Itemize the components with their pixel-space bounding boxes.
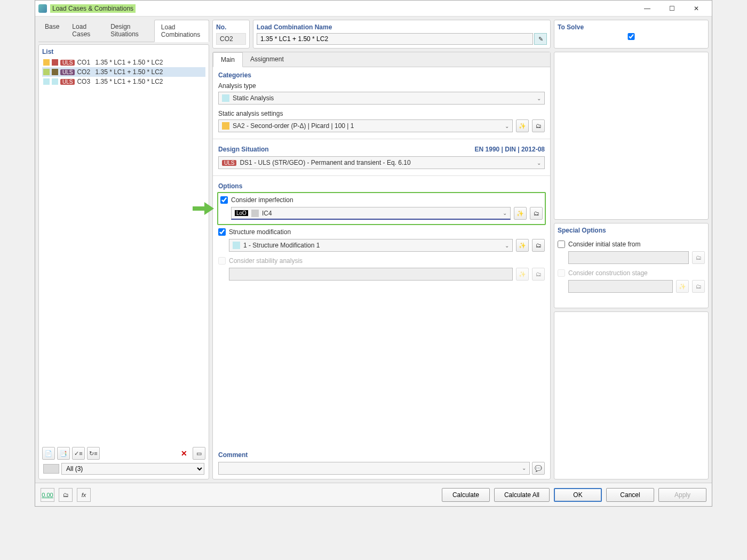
co-id: CO1: [77, 59, 93, 66]
no-value: CO2: [216, 33, 246, 45]
new-imperfection-button[interactable]: ✨: [514, 207, 527, 220]
ok-button[interactable]: OK: [554, 488, 602, 502]
color-swatch: [43, 69, 50, 75]
list-title: List: [42, 48, 205, 55]
refresh-button[interactable]: ↻≡: [87, 447, 100, 460]
solve-checkbox[interactable]: [558, 33, 705, 40]
main-tabs: Base Load Cases Design Situations Load C…: [38, 20, 209, 42]
analysis-type-label: Analysis type: [218, 82, 545, 90]
app-icon: [38, 4, 47, 13]
tab-base[interactable]: Base: [38, 20, 66, 42]
solve-title: To Solve: [558, 23, 705, 31]
info-panel: [554, 311, 709, 479]
imperfection-checkbox[interactable]: [220, 196, 228, 204]
options-title: Options: [218, 182, 545, 190]
swatch-icon: [233, 242, 240, 249]
highlight-box: Consider imperfection LoO IC4 ⌄ ✨: [217, 192, 546, 225]
edit-structmod-button[interactable]: 🗂: [532, 239, 545, 252]
calculate-button[interactable]: Calculate: [442, 488, 490, 502]
static-settings-label: Static analysis settings: [218, 110, 545, 117]
chevron-down-icon: ⌄: [505, 123, 509, 129]
structure-mod-value: 1 - Structure Modification 1: [243, 242, 320, 249]
design-situation-section: Design Situation EN 1990 | DIN | 2012-08…: [213, 141, 550, 173]
chevron-down-icon: ⌄: [537, 95, 541, 101]
edit-cs-button: 🗂: [692, 280, 705, 293]
imperfection-label: Consider imperfection: [231, 196, 293, 204]
dialog-window: Load Cases & Combinations — ☐ ✕ Base Loa…: [35, 0, 712, 507]
list-item[interactable]: ULS CO2 1.35 * LC1 + 1.50 * LC2: [42, 67, 205, 77]
tree-button[interactable]: 🗂: [59, 488, 73, 502]
footer: 0.00 🗂 fx Calculate Calculate All OK Can…: [35, 483, 712, 506]
analysis-type-value: Static Analysis: [233, 94, 274, 102]
edit-imperfection-button[interactable]: 🗂: [530, 207, 543, 220]
filter-select[interactable]: All (3): [61, 463, 204, 475]
categories-title: Categories: [218, 71, 545, 79]
tab-load-combinations[interactable]: Load Combinations: [154, 20, 209, 42]
chevron-down-icon: ⌄: [537, 160, 541, 166]
tab-load-cases[interactable]: Load Cases: [66, 20, 104, 42]
structure-mod-checkbox[interactable]: [218, 228, 226, 236]
no-panel: No. CO2: [212, 20, 250, 49]
close-button[interactable]: ✕: [684, 1, 709, 16]
color-swatch: [43, 59, 50, 66]
edit-name-button[interactable]: ✎: [534, 33, 547, 45]
initial-state-combo: [568, 251, 689, 264]
window-title: Load Cases & Combinations: [50, 4, 136, 13]
color-swatch: [52, 59, 58, 66]
delete-button[interactable]: ✕: [178, 447, 190, 460]
construction-stage-label: Consider construction stage: [568, 269, 648, 277]
imperfection-combo[interactable]: LoO IC4 ⌄: [231, 207, 511, 220]
stability-label: Consider stability analysis: [229, 257, 303, 265]
initial-state-checkbox[interactable]: [558, 241, 565, 248]
static-settings-value: SA2 - Second-order (P-Δ) | Picard | 100 …: [233, 122, 354, 130]
co-desc: 1.35 * LC1 + 1.50 * LC2: [95, 68, 204, 76]
toggle-button[interactable]: ▭: [193, 447, 205, 460]
fx-button[interactable]: fx: [77, 488, 91, 502]
name-input[interactable]: [257, 33, 533, 45]
subtab-main[interactable]: Main: [213, 52, 243, 67]
cancel-button[interactable]: Cancel: [606, 488, 654, 502]
sub-tabs: Main Assignment: [213, 52, 550, 67]
list-panel: List ULS CO1 1.35 * LC1 + 1.50 * LC2 ULS…: [38, 44, 209, 479]
stability-checkbox: [218, 257, 226, 265]
edit-stability-button: 🗂: [532, 268, 545, 281]
chevron-down-icon: ⌄: [522, 465, 526, 471]
construction-stage-combo: [568, 280, 673, 293]
combination-list[interactable]: ULS CO1 1.35 * LC1 + 1.50 * LC2 ULS CO2 …: [42, 58, 205, 445]
static-settings-combo[interactable]: SA2 - Second-order (P-Δ) | Picard | 100 …: [218, 119, 513, 132]
structure-mod-label: Structure modification: [229, 228, 291, 236]
new-structmod-button[interactable]: ✨: [516, 239, 529, 252]
new-settings-button[interactable]: ✨: [516, 119, 529, 132]
comment-button[interactable]: 💬: [532, 462, 545, 475]
tab-design-situations[interactable]: Design Situations: [104, 20, 154, 42]
list-item[interactable]: ULS CO1 1.35 * LC1 + 1.50 * LC2: [42, 58, 205, 67]
list-item[interactable]: ULS CO3 1.35 * LC1 + 1.50 * LC2: [42, 77, 205, 86]
new-button[interactable]: 📄: [42, 447, 55, 460]
design-situation-combo[interactable]: ULS DS1 - ULS (STR/GEO) - Permanent and …: [218, 156, 545, 169]
uls-badge: ULS: [60, 60, 75, 66]
name-title: Load Combination Name: [257, 23, 547, 31]
calculate-all-button[interactable]: Calculate All: [494, 488, 550, 502]
co-desc: 1.35 * LC1 + 1.50 * LC2: [95, 59, 204, 66]
units-button[interactable]: 0.00: [41, 488, 54, 502]
copy-button[interactable]: 📑: [57, 447, 70, 460]
check-button[interactable]: ✓≡: [72, 447, 85, 460]
minimize-button[interactable]: —: [635, 1, 659, 16]
structure-mod-combo[interactable]: 1 - Structure Modification 1 ⌄: [229, 239, 513, 252]
categories-section: Categories Analysis type Static Analysis…: [213, 67, 550, 137]
right-pane: No. CO2 Load Combination Name ✎ To Solve: [212, 20, 709, 479]
analysis-type-combo[interactable]: Static Analysis ⌄: [218, 92, 545, 105]
comment-combo[interactable]: ⌄: [218, 462, 530, 475]
chevron-down-icon: ⌄: [503, 210, 507, 216]
standard-label: EN 1990 | DIN | 2012-08: [475, 146, 545, 153]
swatch-icon: [222, 94, 229, 102]
color-swatch: [43, 78, 50, 85]
subtab-assignment[interactable]: Assignment: [243, 52, 291, 67]
co-id: CO2: [77, 68, 93, 76]
maximize-button[interactable]: ☐: [659, 1, 684, 16]
edit-settings-button[interactable]: 🗂: [532, 119, 545, 132]
stability-combo: [229, 268, 513, 281]
color-swatch: [52, 78, 58, 85]
design-situation-value: DS1 - ULS (STR/GEO) - Permanent and tran…: [240, 159, 410, 166]
filter-swatch: [43, 464, 59, 474]
